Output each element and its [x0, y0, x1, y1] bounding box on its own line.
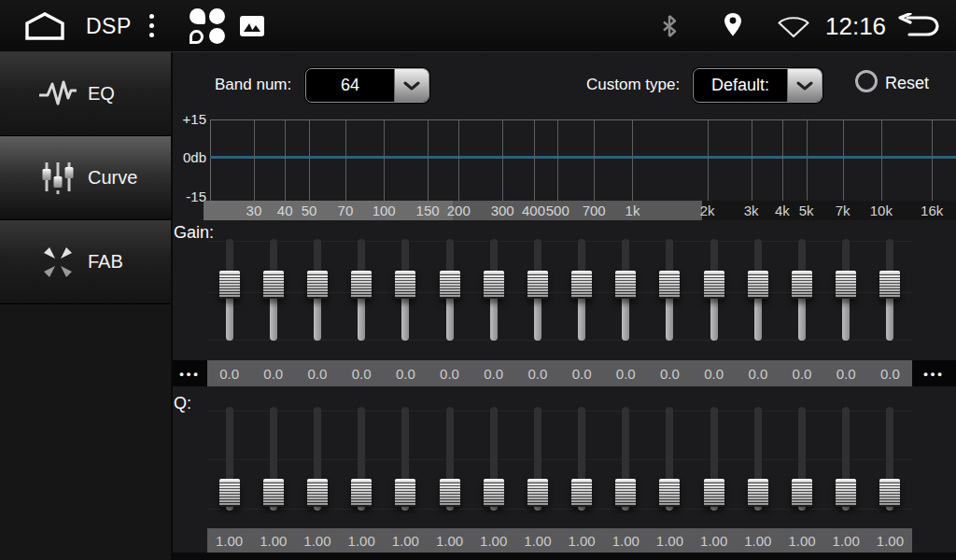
sidebar: EQ Curve: [0, 52, 173, 560]
gain-slider-thumb[interactable]: [792, 271, 812, 299]
custom-type-dropdown[interactable]: Default:: [693, 68, 822, 103]
sidebar-item-eq[interactable]: EQ: [0, 52, 171, 136]
band-num-dropdown[interactable]: 64: [305, 68, 429, 103]
gain-slider-thumb[interactable]: [879, 271, 900, 299]
home-icon[interactable]: [22, 11, 67, 41]
curve-panel: Band num: 64 Custom type: Default: Reset…: [173, 52, 956, 560]
gain-slider-thumb[interactable]: [484, 271, 504, 299]
q-slider-thumb[interactable]: [615, 479, 636, 507]
gallery-icon[interactable]: [239, 15, 265, 37]
q-value: 1.00: [384, 528, 428, 553]
q-slider-thumb[interactable]: [351, 479, 372, 507]
q-slider-thumb[interactable]: [219, 479, 240, 507]
location-icon: [723, 12, 743, 37]
gain-value: 0.0: [648, 360, 692, 386]
eq-response-curve: [210, 156, 956, 159]
gain-slider-thumb[interactable]: [527, 271, 548, 299]
scroll-left-button[interactable]: •••: [173, 360, 207, 386]
gain-slider: [560, 233, 604, 357]
sidebar-item-label: FAB: [88, 251, 123, 273]
quad-arrows-icon: [39, 244, 77, 281]
q-slider-thumb[interactable]: [527, 479, 548, 507]
q-value: 1.00: [295, 528, 339, 553]
q-slider-thumb[interactable]: [263, 479, 284, 507]
q-slider: [295, 405, 339, 525]
gain-slider-thumb[interactable]: [351, 271, 372, 299]
gain-slider: [515, 233, 559, 357]
q-slider-thumb[interactable]: [704, 479, 724, 507]
q-value: 1.00: [515, 528, 559, 553]
kebab-menu-icon[interactable]: [149, 14, 154, 37]
freq-tick-label: 7k: [836, 201, 851, 220]
gain-slider: [648, 233, 692, 357]
gain-value: 0.0: [471, 360, 515, 386]
gain-slider: [780, 233, 823, 357]
freq-axis[interactable]: 304050701001502003004005007001k2k3k4k5k7…: [204, 201, 956, 220]
reset-radio[interactable]: [855, 70, 878, 92]
wifi-icon: [777, 17, 810, 38]
q-slider-thumb[interactable]: [395, 479, 415, 507]
q-label: Q:: [174, 394, 191, 413]
gain-slider-thumb[interactable]: [615, 271, 636, 299]
freq-tick-label: 200: [447, 201, 471, 220]
chevron-down-icon: [787, 69, 822, 102]
scroll-right-button[interactable]: •••: [912, 360, 956, 386]
gain-slider-thumb[interactable]: [440, 271, 460, 299]
q-slider-thumb[interactable]: [659, 479, 680, 507]
gain-slider: [384, 233, 428, 357]
gain-value: 0.0: [824, 360, 868, 386]
q-slider-thumb[interactable]: [836, 479, 856, 507]
q-value: 1.00: [428, 528, 471, 553]
q-slider: [340, 405, 384, 525]
gain-slider-thumb[interactable]: [748, 271, 768, 299]
q-slider: [207, 405, 251, 525]
q-value: 1.00: [604, 528, 648, 553]
gain-slider: [251, 233, 295, 357]
gain-slider: [824, 233, 868, 357]
q-slider-thumb[interactable]: [484, 479, 504, 507]
freq-tick-label: 70: [338, 201, 354, 220]
y-tick-zero: 0db: [173, 149, 206, 165]
gain-slider-thumb[interactable]: [307, 271, 328, 299]
gain-slider: [692, 233, 736, 357]
q-slider-thumb[interactable]: [307, 479, 328, 507]
q-slider-thumb[interactable]: [440, 479, 460, 507]
gain-value: 0.0: [340, 360, 384, 386]
q-slider: [515, 405, 559, 525]
q-value-strip: 1.001.001.001.001.001.001.001.001.001.00…: [207, 528, 912, 553]
sidebar-item-fab[interactable]: FAB: [0, 220, 171, 304]
q-slider-thumb[interactable]: [748, 479, 768, 507]
gain-slider: [471, 233, 515, 357]
q-value: 1.00: [736, 528, 780, 553]
gain-slider-thumb[interactable]: [571, 271, 592, 299]
grid-line-vertical: [534, 119, 535, 201]
q-value: 1.00: [868, 528, 912, 553]
q-value: 1.00: [471, 528, 515, 553]
gain-slider-thumb[interactable]: [263, 271, 284, 299]
custom-type-label: Custom type:: [586, 76, 680, 94]
gain-value: 0.0: [604, 360, 648, 386]
sidebar-item-curve[interactable]: Curve: [0, 136, 171, 220]
gain-slider-thumb[interactable]: [704, 271, 724, 299]
dsp-app-window: DSP 12:16 EQ: [0, 0, 956, 560]
gain-slider-thumb[interactable]: [836, 271, 856, 299]
grid-line-vertical: [881, 119, 882, 201]
gain-slider-thumb[interactable]: [219, 271, 240, 299]
gain-value: 0.0: [692, 360, 736, 386]
gain-slider-thumb[interactable]: [659, 271, 680, 299]
q-slider-thumb[interactable]: [879, 479, 900, 507]
q-value: 1.00: [560, 528, 604, 553]
clover-apps-icon[interactable]: [190, 8, 225, 44]
q-value: 1.00: [648, 528, 692, 553]
status-bar: DSP 12:16: [0, 0, 956, 52]
eq-chart: [210, 110, 956, 201]
grid-line-vertical: [502, 119, 503, 201]
q-slider-thumb[interactable]: [792, 479, 812, 507]
back-icon[interactable]: [893, 13, 941, 39]
q-slider: [648, 405, 692, 525]
q-slider: [780, 405, 823, 525]
q-value: 1.00: [340, 528, 384, 553]
q-slider-thumb[interactable]: [571, 479, 592, 507]
freq-tick-label: 150: [416, 201, 440, 220]
gain-slider-thumb[interactable]: [395, 271, 415, 299]
